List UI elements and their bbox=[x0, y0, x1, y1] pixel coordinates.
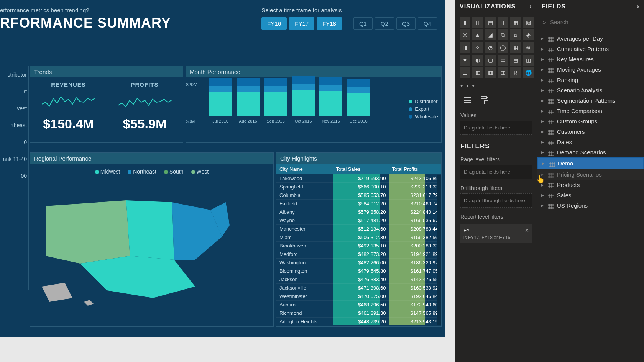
slicer-item[interactable]: ank 11-40 bbox=[0, 151, 28, 167]
expand-icon[interactable]: ▶ bbox=[541, 172, 545, 177]
table-row[interactable]: Albany$579,858.20$224,840.14 bbox=[276, 208, 441, 216]
timeframe-fy18[interactable]: FY18 bbox=[317, 17, 342, 30]
viz-ribbon-icon[interactable]: ◈ bbox=[523, 29, 534, 40]
viz-100-stacked-column-icon[interactable]: ▧ bbox=[523, 17, 534, 28]
table-scrollbar[interactable] bbox=[437, 175, 441, 325]
collapse-fields-icon[interactable]: › bbox=[637, 3, 639, 10]
viz-clustered-column-icon[interactable]: ▯ bbox=[472, 17, 483, 28]
table-row[interactable]: Lakewood$719,693.90$243,106.89 bbox=[276, 174, 441, 183]
region-hawaii[interactable] bbox=[84, 300, 94, 306]
table-row[interactable]: Wayne$517,481.20$166,535.67 bbox=[276, 216, 441, 225]
viz-more-icon[interactable]: • • • bbox=[455, 82, 537, 90]
viz-kpi-icon[interactable]: ◫ bbox=[523, 55, 534, 66]
values-dropzone[interactable]: Drag data fields here bbox=[460, 121, 532, 135]
city-highlights-card[interactable]: City Highlights City NameTotal SalesTota… bbox=[276, 152, 442, 327]
format-roller-icon[interactable] bbox=[480, 95, 489, 105]
region-west[interactable] bbox=[46, 200, 130, 264]
col-total-profits[interactable]: Total Profits bbox=[389, 164, 441, 174]
timeframe-fy17[interactable]: FY17 bbox=[289, 17, 314, 30]
table-row[interactable]: Manchester$512,134.60$208,780.44 bbox=[276, 225, 441, 233]
field-table-time-comparison[interactable]: ▶Time Comparison bbox=[537, 106, 644, 116]
expand-icon[interactable]: ▶ bbox=[541, 47, 545, 51]
field-table-key-measures[interactable]: ▶Key Measures bbox=[537, 54, 644, 64]
bar-dec-2016[interactable] bbox=[347, 79, 370, 117]
field-table-ranking[interactable]: ▶Ranking bbox=[537, 75, 644, 85]
table-row[interactable]: Miami$506,312.30$156,382.56 bbox=[276, 233, 441, 242]
viz-map-icon[interactable]: ⊚ bbox=[523, 42, 534, 53]
viz-line-icon[interactable]: ⦿ bbox=[460, 29, 470, 40]
viz-line-clustered-icon[interactable]: ⧉ bbox=[498, 29, 508, 40]
table-row[interactable]: Medford$482,873.20$194,921.89 bbox=[276, 250, 441, 259]
viz-stacked-area-icon[interactable]: ◢ bbox=[485, 29, 496, 40]
slicer-item[interactable]: rt bbox=[0, 83, 28, 100]
region-midwest[interactable] bbox=[126, 200, 174, 260]
viz-clustered-bar-icon[interactable]: ▥ bbox=[498, 17, 508, 28]
expand-icon[interactable]: ▶ bbox=[541, 67, 545, 72]
viz-funnel-icon[interactable]: ▼ bbox=[460, 55, 470, 66]
slicer-item[interactable]: 0 bbox=[0, 134, 28, 151]
expand-icon[interactable]: ▶ bbox=[541, 150, 545, 154]
expand-icon[interactable]: ▶ bbox=[541, 140, 545, 144]
field-table-demo[interactable]: ▶Demo bbox=[537, 157, 644, 169]
expand-icon[interactable]: ▶ bbox=[541, 36, 545, 41]
expand-icon[interactable]: ▶ bbox=[541, 183, 545, 187]
bar-aug-2016[interactable] bbox=[237, 78, 260, 116]
expand-icon[interactable]: ▶ bbox=[541, 109, 545, 113]
bar-nov-2016[interactable] bbox=[319, 77, 342, 117]
bar-oct-2016[interactable] bbox=[292, 76, 315, 116]
fy-filter-card[interactable]: FY is FY17, FY18 or FY16 ✕ bbox=[460, 224, 532, 243]
table-row[interactable]: Westminster$470,675.00$192,046.84 bbox=[276, 292, 441, 301]
field-table-customers[interactable]: ▶Customers bbox=[537, 126, 644, 137]
timeframe-q3[interactable]: Q3 bbox=[396, 17, 416, 30]
slicer-item[interactable]: vest bbox=[0, 100, 28, 117]
viz-100-stacked-bar-icon[interactable]: ▦ bbox=[510, 17, 521, 28]
field-table-demand-scenarios[interactable]: ▶Demand Scenarios bbox=[537, 147, 644, 157]
viz-card-icon[interactable]: ▭ bbox=[498, 55, 508, 66]
viz-filled-map-icon[interactable]: ▢ bbox=[485, 55, 496, 66]
expand-icon[interactable]: ▶ bbox=[541, 119, 545, 123]
table-row[interactable]: Springfield$666,000.10$222,318.33 bbox=[276, 183, 441, 191]
legend-distributor[interactable]: Distributor bbox=[409, 98, 438, 104]
field-table-dates[interactable]: ▶Dates bbox=[537, 137, 644, 147]
left-slicer[interactable]: stributorrtvestrtheast0ank 11-4000 bbox=[0, 66, 29, 290]
viz-stacked-bar-icon[interactable]: ▮ bbox=[460, 17, 470, 28]
viz-area-icon[interactable]: ▲ bbox=[472, 29, 483, 40]
us-map[interactable] bbox=[30, 179, 253, 313]
field-table-cumulative-patterns[interactable]: ▶Cumulative Patterns bbox=[537, 44, 644, 54]
expand-icon[interactable]: ▶ bbox=[542, 161, 545, 165]
page-filters-dropzone[interactable]: Drag data fields here bbox=[460, 165, 532, 179]
viz-pie-icon[interactable]: ◔ bbox=[485, 42, 496, 53]
map-legend-northeast[interactable]: Northeast bbox=[128, 169, 156, 175]
viz-scatter-icon[interactable]: ⁘ bbox=[472, 42, 483, 53]
bar-jul-2016[interactable] bbox=[209, 78, 232, 116]
expand-icon[interactable]: ▶ bbox=[541, 57, 545, 61]
slicer-item[interactable]: 00 bbox=[0, 167, 28, 184]
legend-wholesale[interactable]: Wholesale bbox=[409, 114, 438, 120]
field-table-us-regions[interactable]: ▶US Regions bbox=[537, 200, 644, 211]
region-south[interactable] bbox=[80, 256, 195, 298]
expand-icon[interactable]: ▶ bbox=[541, 88, 545, 92]
viz-stacked-column-icon[interactable]: ▤ bbox=[485, 17, 496, 28]
slicer-item[interactable]: stributor bbox=[0, 66, 28, 83]
month-performance-card[interactable]: Month Performance $20M $0M Jul 2016Aug 2… bbox=[186, 66, 442, 143]
table-row[interactable]: Washington$482,266.00$186,320.97 bbox=[276, 259, 441, 267]
drill-filters-dropzone[interactable]: Drag drillthrough fields here bbox=[460, 193, 532, 208]
expand-icon[interactable]: ▶ bbox=[541, 98, 545, 103]
map-legend-midwest[interactable]: Midwest bbox=[95, 169, 120, 175]
expand-icon[interactable]: ▶ bbox=[541, 129, 545, 134]
field-table-products[interactable]: ▶Products bbox=[537, 180, 644, 190]
viz-line-stacked-icon[interactable]: ⧈ bbox=[510, 29, 521, 40]
table-row[interactable]: Jacksonville$471,398.60$163,530.92 bbox=[276, 284, 441, 292]
bar-sep-2016[interactable] bbox=[264, 78, 287, 116]
table-row[interactable]: Bloomington$479,545.80$161,747.05 bbox=[276, 267, 441, 275]
timeframe-q2[interactable]: Q2 bbox=[375, 17, 394, 30]
viz-gauge-icon[interactable]: ◐ bbox=[472, 55, 483, 66]
viz-treemap-icon[interactable]: ▦ bbox=[510, 42, 521, 53]
col-city-name[interactable]: City Name bbox=[276, 164, 333, 174]
col-total-sales[interactable]: Total Sales bbox=[333, 164, 389, 174]
table-row[interactable]: Arlington Heights$448,739.20$213,943.19 bbox=[276, 318, 441, 325]
collapse-viz-icon[interactable]: › bbox=[530, 3, 532, 10]
expand-icon[interactable]: ▶ bbox=[541, 78, 545, 82]
city-table[interactable]: City NameTotal SalesTotal ProfitsLakewoo… bbox=[276, 164, 441, 325]
viz-matrix-icon[interactable]: ▦ bbox=[485, 67, 496, 78]
